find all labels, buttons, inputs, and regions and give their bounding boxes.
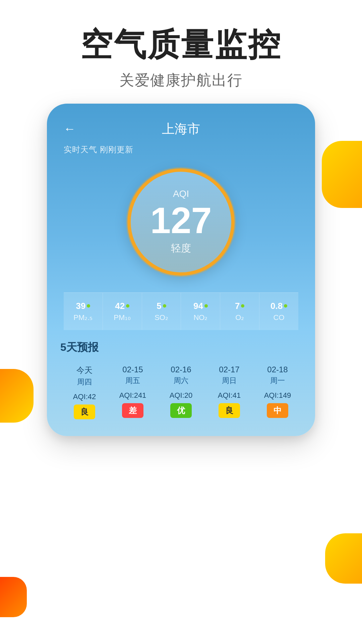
deco-yellow-left-bottom (0, 369, 34, 423)
forecast-weekday: 周一 (253, 376, 302, 386)
forecast-badge: 良 (74, 405, 95, 419)
pollutants-row: 39PM₂.₅42PM₁₀5SO₂94NO₂7O₂0.8CO (64, 292, 298, 330)
pollutant-item: 7O₂ (220, 293, 259, 330)
pollutant-item: 39PM₂.₅ (64, 293, 103, 330)
forecast-aqi-label: AQI:241 (109, 391, 157, 400)
forecast-date: 02-16 (157, 365, 205, 374)
pollutant-name: O₂ (224, 313, 256, 322)
deco-yellow-right-bottom (325, 533, 362, 584)
forecast-weekday: 周日 (205, 376, 253, 386)
forecast-aqi-label: AQI:149 (253, 391, 302, 400)
deco-yellow-right (322, 141, 362, 208)
forecast-aqi-label: AQI:42 (60, 392, 109, 401)
pollutant-name: CO (263, 313, 295, 322)
forecast-date: 02-15 (109, 365, 157, 374)
forecast-badge: 优 (170, 403, 192, 418)
pollutant-dot (126, 304, 129, 308)
forecast-day: 今天周四AQI:42良 (60, 365, 109, 419)
forecast-badge: 良 (219, 403, 240, 418)
main-title: 空气质量监控 (0, 27, 362, 62)
forecast-day: 02-18周一AQI:149中 (253, 365, 302, 419)
forecast-title: 5天预报 (60, 340, 302, 355)
pollutant-item: 42PM₁₀ (103, 293, 142, 330)
forecast-date: 02-17 (205, 365, 253, 374)
pollutant-item: 5SO₂ (142, 293, 181, 330)
deco-red-left-bottom (0, 577, 27, 617)
pollutant-dot (87, 304, 90, 308)
app-top: ← 上海市 实时天气 刚刚更新 AQI 127 轻度 39PM₂.₅42PM₁₀… (47, 104, 315, 330)
forecast-date: 今天 (60, 365, 109, 376)
pollutant-value: 7 (235, 301, 240, 311)
forecast-weekday: 周四 (60, 377, 109, 387)
aqi-quality: 轻度 (171, 241, 191, 255)
pollutant-dot (284, 304, 287, 308)
aqi-value: 127 (150, 202, 212, 239)
aqi-label: AQI (173, 189, 189, 199)
pollutant-name: PM₁₀ (106, 313, 138, 322)
pollutant-dot (241, 304, 244, 308)
pollutant-value: 42 (115, 301, 125, 311)
back-button[interactable]: ← (64, 122, 76, 136)
app-nav: ← 上海市 (64, 120, 298, 138)
page-wrapper: 空气质量监控 关爱健康护航出行 ← 上海市 实时天气 刚刚更新 AQI 127 … (0, 0, 362, 644)
pollutant-item: 0.8CO (259, 293, 298, 330)
aqi-circle-container: AQI 127 轻度 (64, 168, 298, 276)
forecast-row: 今天周四AQI:42良02-15周五AQI:241差02-16周六AQI:20优… (60, 365, 302, 419)
pollutant-value: 39 (76, 301, 85, 311)
forecast-badge: 差 (122, 403, 143, 418)
forecast-date: 02-18 (253, 365, 302, 374)
pollutant-name: NO₂ (184, 313, 217, 322)
pollutant-item: 94NO₂ (181, 293, 220, 330)
sub-title: 关爱健康护航出行 (0, 70, 362, 90)
pollutant-value: 0.8 (270, 301, 283, 311)
pollutant-dot (204, 304, 208, 308)
pollutant-dot (163, 304, 166, 308)
weather-info-bar: 实时天气 刚刚更新 (64, 144, 298, 155)
forecast-badge: 中 (267, 403, 288, 418)
forecast-section: 5天预报 今天周四AQI:42良02-15周五AQI:241差02-16周六AQ… (47, 330, 315, 436)
pollutant-value: 5 (157, 301, 161, 311)
header-section: 空气质量监控 关爱健康护航出行 (0, 0, 362, 110)
forecast-aqi-label: AQI:41 (205, 391, 253, 400)
forecast-aqi-label: AQI:20 (157, 391, 205, 400)
forecast-day: 02-16周六AQI:20优 (157, 365, 205, 419)
aqi-circle: AQI 127 轻度 (127, 168, 235, 276)
city-name: 上海市 (162, 120, 200, 138)
pollutant-name: SO₂ (145, 313, 178, 322)
forecast-day: 02-15周五AQI:241差 (109, 365, 157, 419)
pollutant-value: 94 (193, 301, 203, 311)
forecast-day: 02-17周日AQI:41良 (205, 365, 253, 419)
forecast-weekday: 周五 (109, 376, 157, 386)
pollutant-name: PM₂.₅ (67, 313, 99, 322)
forecast-weekday: 周六 (157, 376, 205, 386)
phone-container: ← 上海市 实时天气 刚刚更新 AQI 127 轻度 39PM₂.₅42PM₁₀… (47, 104, 315, 436)
